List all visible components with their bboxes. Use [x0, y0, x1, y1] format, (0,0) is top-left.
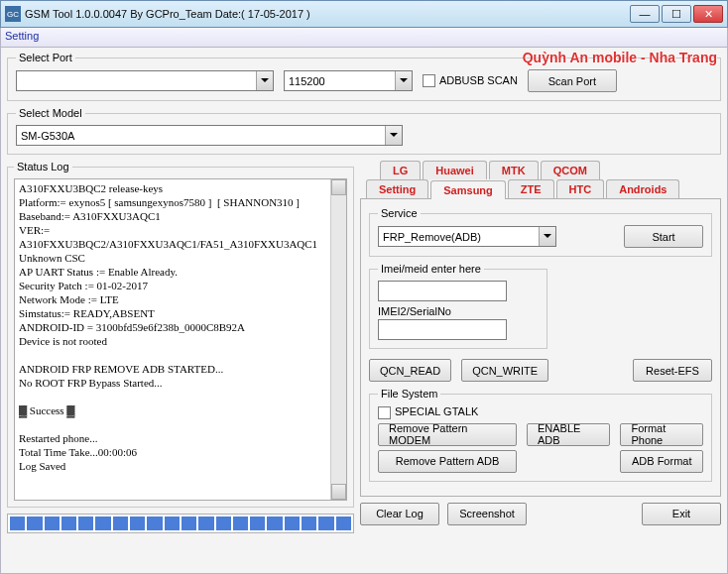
qcn-write-button[interactable]: QCN_WRITE	[461, 359, 548, 382]
scan-port-button[interactable]: Scan Port	[528, 69, 617, 92]
imei2-label: IMEI2/SerialNo	[378, 305, 539, 317]
chevron-down-icon	[385, 126, 402, 145]
menu-bar: Setting	[0, 28, 728, 48]
chevron-down-icon	[395, 71, 412, 90]
status-log-legend: Status Log	[14, 161, 72, 172]
scrollbar[interactable]	[330, 179, 346, 500]
baud-combo[interactable]: 115200	[284, 70, 413, 91]
window-title: GSM Tool 1.0.0.0047 By GCPro_Team Date:(…	[25, 8, 630, 20]
clear-log-button[interactable]: Clear Log	[360, 503, 439, 525]
checkbox-icon	[423, 74, 435, 87]
status-log-text[interactable]: A310FXXU3BQC2 release-keys Platform:= ex…	[14, 178, 347, 501]
remove-pattern-modem-button[interactable]: Remove Pattern MODEM	[378, 423, 517, 446]
app-icon: GC	[5, 6, 21, 22]
imei-group: Imei/meid enter here IMEI2/SerialNo	[369, 263, 547, 349]
service-legend: Service	[378, 207, 421, 219]
menu-setting[interactable]: Setting	[5, 30, 39, 42]
start-button[interactable]: Start	[624, 225, 703, 248]
remove-pattern-adb-button[interactable]: Remove Pattern ADB	[378, 450, 517, 473]
service-group: Service FRP_Remove(ADB) Start	[369, 207, 712, 257]
tab-setting[interactable]: Setting	[366, 179, 428, 198]
enable-adb-button[interactable]: ENABLE ADB	[527, 423, 610, 446]
select-model-group: Select Model SM-G530A	[7, 107, 721, 155]
tab-qcom[interactable]: QCOM	[541, 161, 600, 179]
tab-lg[interactable]: LG	[380, 161, 421, 179]
status-log-group: Status Log A310FXXU3BQC2 release-keys Pl…	[7, 161, 354, 508]
chevron-down-icon	[539, 227, 555, 246]
special-gtalk-checkbox[interactable]: SPECIAL GTALK	[378, 405, 478, 417]
format-phone-button[interactable]: Format Phone	[620, 423, 703, 446]
select-port-group: Select Port 115200 ADBUSB SCAN Scan Port	[7, 52, 721, 101]
minimize-button[interactable]: —	[630, 5, 660, 23]
tab-huawei[interactable]: Huawei	[423, 161, 487, 179]
model-combo[interactable]: SM-G530A	[16, 125, 403, 146]
screenshot-button[interactable]: Screenshot	[447, 503, 527, 525]
chevron-down-icon	[256, 71, 273, 90]
progress-bar	[7, 514, 354, 533]
port-combo[interactable]	[16, 70, 274, 91]
reset-efs-button[interactable]: Reset-EFS	[633, 359, 712, 382]
tabs-container: LG Huawei MTK QCOM Setting Samsung ZTE H…	[360, 161, 721, 497]
file-system-legend: File System	[378, 388, 440, 400]
maximize-button[interactable]: ☐	[662, 5, 691, 23]
qcn-read-button[interactable]: QCN_READ	[369, 359, 451, 382]
scroll-up-icon[interactable]	[331, 179, 346, 195]
scroll-down-icon[interactable]	[331, 484, 346, 500]
file-system-group: File System SPECIAL GTALK Remove Pattern…	[369, 388, 712, 482]
exit-button[interactable]: Exit	[642, 503, 721, 525]
checkbox-icon	[378, 406, 391, 419]
select-model-legend: Select Model	[16, 107, 85, 119]
imei-input[interactable]	[378, 281, 507, 301]
close-button[interactable]: ✕	[693, 5, 723, 23]
select-port-legend: Select Port	[16, 52, 75, 63]
service-combo[interactable]: FRP_Remove(ADB)	[378, 226, 556, 247]
tab-androids[interactable]: Androids	[606, 179, 679, 198]
imei-legend: Imei/meid enter here	[378, 263, 484, 275]
adbusb-checkbox[interactable]: ADBUSB SCAN	[423, 74, 518, 88]
tab-htc[interactable]: HTC	[556, 179, 605, 198]
tab-panel-samsung: Service FRP_Remove(ADB) Start Imei/meid …	[360, 198, 721, 497]
title-bar: GC GSM Tool 1.0.0.0047 By GCPro_Team Dat…	[0, 0, 728, 28]
tab-samsung[interactable]: Samsung	[430, 180, 506, 199]
tab-mtk[interactable]: MTK	[489, 161, 539, 179]
imei2-input[interactable]	[378, 319, 507, 340]
tab-zte[interactable]: ZTE	[508, 179, 554, 198]
adb-format-button[interactable]: ADB Format	[620, 450, 703, 473]
